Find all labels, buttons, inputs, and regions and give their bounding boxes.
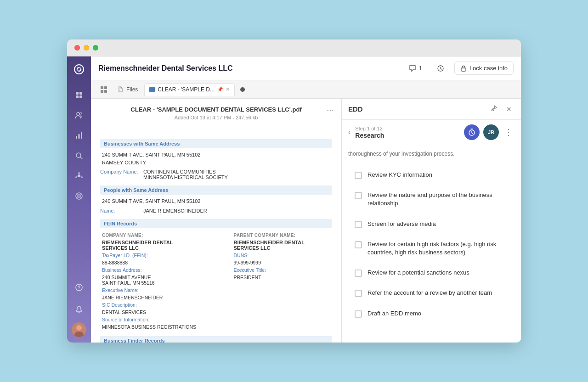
edd-body: thoroughness of your investigation proce… xyxy=(342,143,521,343)
checkbox-sanctions[interactable] xyxy=(355,270,362,277)
lock-case-label: Lock case info xyxy=(469,65,508,72)
fein-col2-company: RIEMENSCHNEIDER DENTALSERVICES LLC xyxy=(232,239,333,252)
checklist-item-draft[interactable]: Draft an EDD memo xyxy=(348,304,514,323)
svg-rect-3 xyxy=(79,96,82,98)
company-name-value: CONTINENTAL COMMUNITIESMINNESOTA HISTORI… xyxy=(143,169,228,180)
lock-case-button[interactable]: Lock case info xyxy=(454,62,514,75)
checklist-text-high-risk: Review for certain high risk factors (e.… xyxy=(368,240,508,257)
tab-status-dot xyxy=(240,87,245,92)
svg-rect-30 xyxy=(104,90,107,93)
exec-title-label: Executive Title: xyxy=(232,266,333,274)
avatar[interactable] xyxy=(72,322,86,337)
minimize-button[interactable] xyxy=(84,45,89,51)
tab-close-icon[interactable]: ✕ xyxy=(226,86,230,92)
checkbox-adverse[interactable] xyxy=(355,221,362,228)
edd-step-bar: ‹ Step 1 of 12 Research xyxy=(342,120,521,143)
checkbox-refer[interactable] xyxy=(355,290,362,297)
assignee-button[interactable]: JR xyxy=(483,124,499,140)
tab-pin-icon[interactable]: 📌 xyxy=(217,87,223,92)
more-options-button[interactable]: ⋮ xyxy=(503,125,514,139)
exec-name-label: Executive Name: xyxy=(100,286,232,294)
app-content: ? xyxy=(67,56,521,343)
avatar-image xyxy=(72,322,86,337)
close-button[interactable] xyxy=(74,45,80,51)
document-panel: CLEAR - 'SAMPLE DOCUMENT DENTAL SERVICES… xyxy=(91,99,342,343)
step-actions: JR ⋮ xyxy=(464,124,514,140)
sidebar-item-dashboard[interactable] xyxy=(71,87,87,103)
header-actions: 1 Lock case info xyxy=(404,62,514,75)
tab-clear[interactable]: CLEAR - 'SAMPLE D... 📌 ✕ xyxy=(144,83,235,96)
fein-col1-company: RIEMENSCHNEIDER DENTALSERVICES LLC xyxy=(100,239,232,252)
sidebar-item-help[interactable]: ? xyxy=(71,279,87,296)
section-people-header: People with Same Address xyxy=(100,185,332,195)
edd-close-button[interactable]: ✕ xyxy=(503,104,514,115)
biz-addr-value: 240 SUMMIT AVENUESAINT PAUL, MN 55116 xyxy=(100,274,232,286)
source-value: MINNESOTA BUSINESS REGISTRATIONS xyxy=(100,323,232,331)
taxpayer-value: 88-8888888 xyxy=(100,259,232,266)
person-name-value: JANE RIEMENSCHNEIDER xyxy=(143,208,207,213)
tabs-bar: Files CLEAR - 'SAMPLE D... 📌 ✕ xyxy=(91,80,521,99)
svg-line-15 xyxy=(80,177,81,177)
comments-count: 1 xyxy=(419,65,422,72)
doc-meta: Added Oct 13 at 4:17 PM - 247.56 kb xyxy=(100,115,332,120)
checklist-text-adverse: Screen for adverse media xyxy=(368,220,436,228)
sidebar-item-search[interactable] xyxy=(71,147,87,164)
svg-point-5 xyxy=(80,112,82,114)
doc-body: Businesses with Same Address 240 SUMMIT … xyxy=(91,126,341,343)
businesses-address: 240 SUMMIT AVE, SAINT PAUL, MN 55102RAMS… xyxy=(102,151,332,166)
fein-col2-header: PARENT COMPANY NAME: xyxy=(232,231,333,239)
history-button[interactable] xyxy=(432,62,449,75)
checklist-text-kyc: Review KYC information xyxy=(368,171,432,179)
company-name: Riemenschneider Dental Services LLC xyxy=(98,64,399,73)
sidebar-item-target[interactable] xyxy=(71,188,87,204)
edd-intro-text: thoroughness of your investigation proce… xyxy=(348,150,514,158)
edd-back-button[interactable]: ‹ xyxy=(348,128,351,136)
checkbox-nature[interactable] xyxy=(355,192,362,199)
svg-point-4 xyxy=(77,112,79,115)
checklist-item-refer[interactable]: Refer the account for a review by anothe… xyxy=(348,283,514,303)
comments-button[interactable]: 1 xyxy=(404,62,427,75)
tab-grid-button[interactable] xyxy=(96,83,111,96)
sidebar-item-notifications[interactable] xyxy=(71,301,87,318)
assignee-initials: JR xyxy=(488,129,494,135)
section-business-finder-header: Business Finder Records xyxy=(100,336,332,343)
tab-files[interactable]: Files xyxy=(113,84,142,96)
svg-rect-7 xyxy=(79,134,80,139)
sic-value: DENTAL SERVICES xyxy=(100,309,232,316)
exec-title-value: PRESIDENT xyxy=(232,274,333,286)
svg-point-12 xyxy=(81,176,83,178)
sidebar-bottom: ? xyxy=(71,278,87,337)
svg-point-23 xyxy=(76,325,82,331)
sic-label: SIC Description: xyxy=(100,301,232,309)
checklist-item-kyc[interactable]: Review KYC information xyxy=(348,165,514,185)
source-label: Source of Information: xyxy=(100,316,232,323)
checkbox-draft[interactable] xyxy=(355,310,362,318)
sidebar-item-people[interactable] xyxy=(71,107,87,124)
checklist-text-sanctions: Review for a potential sanctions nexus xyxy=(368,269,469,277)
tab-clear-label: CLEAR - 'SAMPLE D... xyxy=(158,86,215,93)
checkbox-kyc[interactable] xyxy=(355,172,362,179)
checklist-item-sanctions[interactable]: Review for a potential sanctions nexus xyxy=(348,263,514,282)
checkbox-high-risk[interactable] xyxy=(355,241,362,248)
svg-rect-26 xyxy=(461,68,466,71)
duns-label: DUNS: xyxy=(232,252,333,259)
doc-title: CLEAR - 'SAMPLE DOCUMENT DENTAL SERVICES… xyxy=(100,106,332,113)
edd-title: EDD xyxy=(348,105,484,113)
svg-rect-28 xyxy=(104,86,107,89)
checklist-text-refer: Refer the account for a review by anothe… xyxy=(368,289,492,297)
step-name: Research xyxy=(355,132,459,139)
maximize-button[interactable] xyxy=(93,45,98,51)
checklist-text-draft: Draft an EDD memo xyxy=(368,309,421,318)
checklist-item-high-risk[interactable]: Review for certain high risk factors (e.… xyxy=(348,235,514,262)
sidebar-item-network[interactable] xyxy=(71,168,87,184)
svg-text:?: ? xyxy=(78,285,80,290)
timer-button[interactable] xyxy=(464,124,480,140)
checklist-item-adverse[interactable]: Screen for adverse media xyxy=(348,214,514,234)
svg-rect-8 xyxy=(81,132,82,139)
checklist-item-nature[interactable]: Review the nature and purpose of the bus… xyxy=(348,185,514,213)
svg-rect-29 xyxy=(101,90,103,93)
sidebar-item-analytics[interactable] xyxy=(71,127,87,144)
edd-pin-button[interactable] xyxy=(488,103,500,115)
title-bar xyxy=(67,39,521,56)
doc-menu-button[interactable]: ⋯ xyxy=(327,106,334,115)
